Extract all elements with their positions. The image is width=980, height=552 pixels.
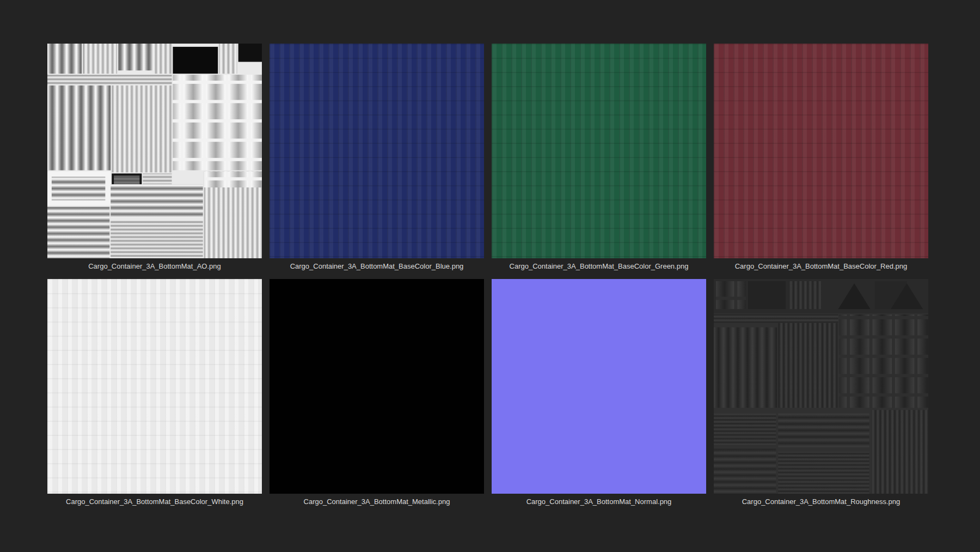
panel-seams-overlay	[714, 44, 928, 258]
basecolor-red-image	[714, 44, 928, 258]
roughness-map-image	[714, 279, 928, 494]
thumbnail-normal-map[interactable]: Cargo_Container_3A_BottomMat_Normal.png	[492, 279, 706, 506]
basecolor-blue-image	[270, 44, 484, 258]
thumbnail-roughness-map[interactable]: Cargo_Container_3A_BottomMat_Roughness.p…	[714, 279, 928, 506]
filename-label: Cargo_Container_3A_BottomMat_BaseColor_G…	[492, 262, 706, 270]
ao-map-image	[47, 44, 262, 258]
normal-map-image	[492, 279, 706, 494]
thumbnail-basecolor-green[interactable]: Cargo_Container_3A_BottomMat_BaseColor_G…	[492, 44, 706, 270]
filename-label: Cargo_Container_3A_BottomMat_Metallic.pn…	[270, 498, 484, 506]
thumbnail-basecolor-white[interactable]: Cargo_Container_3A_BottomMat_BaseColor_W…	[47, 279, 262, 506]
texture-preview-viewer: Cargo_Container_3A_BottomMat_AO.png Carg…	[0, 0, 980, 552]
filename-label: Cargo_Container_3A_BottomMat_AO.png	[47, 262, 262, 270]
panel-seams-overlay	[47, 279, 262, 494]
thumbnail-metallic-map[interactable]: Cargo_Container_3A_BottomMat_Metallic.pn…	[270, 279, 484, 506]
normal-map-fill	[492, 279, 706, 494]
panel-seams-overlay	[492, 44, 706, 258]
basecolor-white-image	[47, 279, 262, 494]
panel-seams-overlay	[270, 44, 484, 258]
filename-label: Cargo_Container_3A_BottomMat_BaseColor_B…	[270, 262, 484, 270]
thumbnail-ao-map[interactable]: Cargo_Container_3A_BottomMat_AO.png	[47, 44, 262, 270]
roughness-texture-graphic	[714, 279, 928, 494]
basecolor-green-image	[492, 44, 706, 258]
ao-texture-graphic	[47, 44, 262, 258]
filename-label: Cargo_Container_3A_BottomMat_BaseColor_W…	[47, 498, 262, 506]
thumbnail-basecolor-blue[interactable]: Cargo_Container_3A_BottomMat_BaseColor_B…	[270, 44, 484, 270]
texture-grid: Cargo_Container_3A_BottomMat_AO.png Carg…	[0, 0, 980, 506]
metallic-map-image	[270, 279, 484, 494]
metallic-fill	[270, 279, 484, 494]
filename-label: Cargo_Container_3A_BottomMat_Roughness.p…	[714, 498, 928, 506]
filename-label: Cargo_Container_3A_BottomMat_Normal.png	[492, 498, 706, 506]
filename-label: Cargo_Container_3A_BottomMat_BaseColor_R…	[714, 262, 928, 270]
thumbnail-basecolor-red[interactable]: Cargo_Container_3A_BottomMat_BaseColor_R…	[714, 44, 928, 270]
